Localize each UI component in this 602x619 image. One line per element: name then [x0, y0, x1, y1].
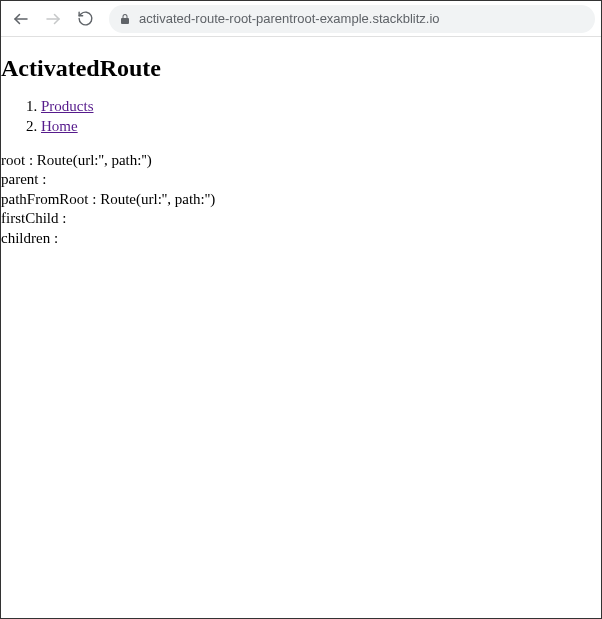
- forward-button[interactable]: [39, 5, 67, 33]
- route-debug-block: root : Route(url:'', path:'') parent : p…: [1, 151, 601, 249]
- back-button[interactable]: [7, 5, 35, 33]
- lock-icon: [119, 13, 131, 25]
- browser-toolbar: activated-route-root-parentroot-example.…: [1, 1, 601, 37]
- nav-link-products[interactable]: Products: [41, 98, 94, 114]
- debug-firstchild: firstChild :: [1, 209, 601, 229]
- nav-link-home[interactable]: Home: [41, 118, 78, 134]
- page-title: ActivatedRoute: [1, 55, 601, 82]
- arrow-left-icon: [12, 10, 30, 28]
- page-content: ActivatedRoute Products Home root : Rout…: [1, 37, 601, 618]
- list-item: Products: [41, 96, 601, 116]
- nav-list: Products Home: [1, 96, 601, 137]
- list-item: Home: [41, 116, 601, 136]
- reload-button[interactable]: [71, 5, 99, 33]
- reload-icon: [77, 10, 94, 27]
- address-url: activated-route-root-parentroot-example.…: [139, 11, 440, 26]
- debug-pathfromroot: pathFromRoot : Route(url:'', path:''): [1, 190, 601, 210]
- address-bar[interactable]: activated-route-root-parentroot-example.…: [109, 5, 595, 33]
- debug-parent: parent :: [1, 170, 601, 190]
- debug-children: children :: [1, 229, 601, 249]
- arrow-right-icon: [44, 10, 62, 28]
- debug-root: root : Route(url:'', path:''): [1, 151, 601, 171]
